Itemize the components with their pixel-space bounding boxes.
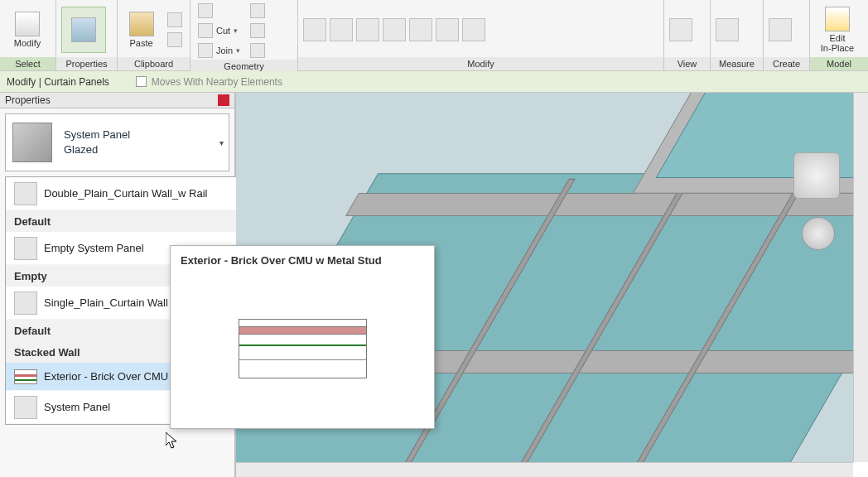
panel-icon xyxy=(14,396,37,419)
create-icon[interactable] xyxy=(769,18,792,41)
type-preview-tooltip: Exterior - Brick Over CMU w Metal Stud xyxy=(170,245,435,429)
type-item-label: System Panel xyxy=(44,401,110,413)
cut-geometry-button[interactable]: Cut▾ xyxy=(195,22,243,40)
paint-button[interactable] xyxy=(248,41,268,60)
split-face-icon xyxy=(250,23,265,38)
group-label-measure: Measure xyxy=(711,57,763,70)
cut-clipboard-button[interactable] xyxy=(165,31,185,49)
tooltip-title: Exterior - Brick Over CMU w Metal Stud xyxy=(171,246,434,270)
properties-button[interactable] xyxy=(61,7,106,53)
ribbon: Modify Select Properties Paste xyxy=(0,0,868,71)
type-group-label: Default xyxy=(14,325,51,337)
moves-with-label: Moves With Nearby Elements xyxy=(152,76,282,88)
group-label-model: Model xyxy=(810,57,868,70)
group-label-properties: Properties xyxy=(56,57,117,70)
cut-geo-icon xyxy=(198,23,213,38)
paste-label: Paste xyxy=(129,38,152,48)
clipboard-icon xyxy=(129,12,154,36)
modify-tool-button[interactable]: Modify xyxy=(5,7,50,53)
chevron-down-icon: ▾ xyxy=(236,46,240,55)
cope-button[interactable] xyxy=(195,2,243,20)
join-geo-icon xyxy=(198,43,213,58)
group-label-select: Select xyxy=(0,57,55,70)
arrow-icon xyxy=(15,12,40,36)
split-face-button[interactable] xyxy=(248,22,268,40)
edit-in-place-icon xyxy=(825,7,850,31)
modify-label: Modify xyxy=(14,38,41,48)
palette-title-text: Properties xyxy=(5,94,51,106)
view-icon[interactable] xyxy=(669,18,692,41)
copy-icon xyxy=(167,12,182,27)
checkbox-icon xyxy=(136,76,147,87)
properties-icon xyxy=(71,17,96,42)
array-icon[interactable] xyxy=(436,18,459,41)
cope-icon xyxy=(198,3,213,18)
moves-with-nearby-checkbox[interactable]: Moves With Nearby Elements xyxy=(136,76,282,88)
ribbon-group-clipboard: Paste Clipboard xyxy=(118,0,190,70)
options-bar: Modify | Curtain Panels Moves With Nearb… xyxy=(0,71,868,93)
mouse-cursor-icon xyxy=(166,432,177,449)
copy-move-icon[interactable] xyxy=(330,18,353,41)
ribbon-group-geometry: Cut▾ Join▾ Geometry xyxy=(190,0,298,70)
scrollbar-vertical[interactable] xyxy=(853,93,868,462)
main-area: Properties System Panel Glazed ▾ Double_… xyxy=(0,93,868,477)
app-root: Modify Select Properties Paste xyxy=(0,0,868,477)
edit-in-place-label: Edit In-Place xyxy=(821,33,854,53)
type-item-label: Single_Plain_Curtain Wall xyxy=(44,296,168,309)
navigation-wheel[interactable] xyxy=(802,217,835,250)
edit-in-place-button[interactable]: Edit In-Place xyxy=(815,7,860,53)
ribbon-group-model: Edit In-Place Model xyxy=(810,0,868,70)
type-type: Glazed xyxy=(64,142,130,157)
mirror-icon[interactable] xyxy=(462,18,485,41)
ribbon-group-properties: Properties xyxy=(56,0,118,70)
join-label: Join xyxy=(216,46,233,55)
chevron-down-icon: ▾ xyxy=(234,26,238,35)
clipboard-small xyxy=(165,11,185,49)
type-item-label: Empty System Panel xyxy=(44,242,144,254)
wall-opening-button[interactable] xyxy=(248,2,268,20)
ribbon-group-measure: Measure xyxy=(711,0,764,70)
ribbon-group-modify: Modify xyxy=(298,0,664,70)
rotate-icon[interactable] xyxy=(356,18,379,41)
group-label-view: View xyxy=(664,57,710,70)
paint-icon xyxy=(250,43,265,58)
type-group-label: Stacked Wall xyxy=(14,346,80,359)
type-group-label: Default xyxy=(14,215,51,228)
type-item-label: Double_Plain_Curtain Wall_w Rail xyxy=(44,187,208,200)
panel-icon xyxy=(14,237,37,260)
measure-icon[interactable] xyxy=(716,18,739,41)
trim-icon[interactable] xyxy=(383,18,406,41)
tooltip-preview-image xyxy=(239,319,367,378)
panel-icon xyxy=(14,292,37,315)
ribbon-group-select: Modify Select xyxy=(0,0,56,70)
viewcube[interactable] xyxy=(793,152,840,199)
split-icon[interactable] xyxy=(409,18,432,41)
geometry-col1: Cut▾ Join▾ xyxy=(195,2,243,60)
type-swatch-icon xyxy=(12,123,52,162)
cut-label: Cut xyxy=(216,26,230,36)
group-label-modify: Modify xyxy=(298,57,663,70)
scissors-icon xyxy=(167,32,182,47)
group-label-create: Create xyxy=(764,57,809,70)
context-label: Modify | Curtain Panels xyxy=(7,76,109,88)
palette-titlebar[interactable]: Properties xyxy=(0,93,234,108)
copy-button[interactable] xyxy=(165,11,185,29)
stacked-wall-icon xyxy=(14,369,37,384)
join-geometry-button[interactable]: Join▾ xyxy=(195,41,243,60)
paste-button[interactable]: Paste xyxy=(123,7,160,53)
close-icon[interactable] xyxy=(218,94,229,106)
chevron-down-icon: ▾ xyxy=(219,138,224,147)
wall-opening-icon xyxy=(250,3,265,18)
type-family: System Panel xyxy=(64,128,130,142)
move-icon[interactable] xyxy=(303,18,326,41)
panel-icon xyxy=(14,182,37,205)
group-label-clipboard: Clipboard xyxy=(118,57,190,70)
geometry-col2 xyxy=(248,2,268,60)
ribbon-group-create: Create xyxy=(764,0,810,70)
type-names: System Panel Glazed xyxy=(64,128,130,157)
ribbon-group-view: View xyxy=(664,0,711,70)
scrollbar-horizontal[interactable] xyxy=(236,462,853,477)
type-selector[interactable]: System Panel Glazed ▾ xyxy=(5,113,229,171)
modify-icons-row1 xyxy=(303,18,485,41)
type-group-label: Empty xyxy=(14,270,47,282)
